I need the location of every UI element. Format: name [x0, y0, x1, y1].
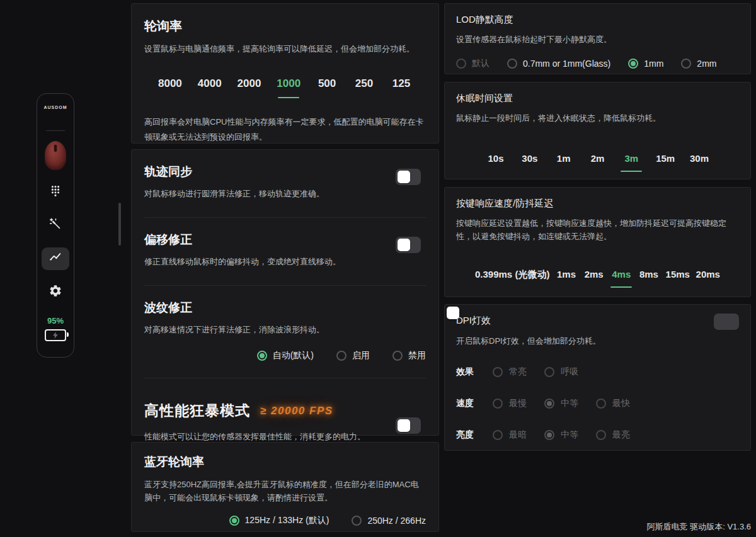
sidebar-item-dpi[interactable]: [42, 181, 69, 203]
brightness-option-darkest-label: 最暗: [509, 429, 527, 441]
sleep-option-2m[interactable]: 2m: [587, 153, 608, 172]
sidebar-item-performance[interactable]: [42, 247, 69, 270]
ripple-option-enable[interactable]: 启用: [336, 350, 370, 361]
speed-option-slowest-label: 最慢: [509, 398, 527, 409]
speed-option-medium[interactable]: 中等: [544, 398, 578, 409]
lod-panel: LOD静默高度 设置传感器在鼠标抬起时下最小静默高度。 默认 0.7mm or …: [444, 3, 751, 74]
dpi-effect-label: 效果: [456, 366, 475, 378]
radio-icon: [392, 351, 403, 361]
settings-gear-icon: [49, 284, 62, 300]
sleep-option-30m[interactable]: 30m: [689, 153, 710, 172]
sleep-desc: 鼠标静止一段时间后，将进入休眠状态，降低鼠标功耗。: [456, 112, 739, 125]
debounce-panel: 按键响应速度/防抖延迟 按键响应延迟设置越低，按键响应速度越快，增加防抖延迟可提…: [444, 187, 751, 297]
brightness-option-brightest[interactable]: 最亮: [596, 429, 630, 441]
polling-rate-desc: 设置鼠标与电脑通信频率，提高轮询率可以降低延迟，但会增加部分功耗。: [144, 43, 426, 56]
performance-mode-toggle[interactable]: [396, 417, 421, 434]
sleep-options: 10s 30s 1m 2m 3m 15m 30m: [456, 153, 739, 172]
offset-fix-section: 偏移修正 修正直线移动鼠标时的偏移抖动，变成绝对直线移动。: [144, 218, 426, 286]
effect-option-breathing[interactable]: 呼吸: [544, 366, 578, 378]
performance-mode-header: 高性能狂暴模式 ≥ 20000 FPS: [144, 401, 426, 421]
lod-option-default[interactable]: 默认: [456, 58, 490, 69]
dpi-grid-icon: [49, 184, 62, 200]
performance-mode-title: 高性能狂暴模式: [144, 401, 250, 421]
offset-fix-title: 偏移修正: [144, 232, 426, 248]
ripple-fix-title: 波纹修正: [144, 300, 426, 316]
content-scrollbar[interactable]: [118, 203, 121, 246]
sleep-option-10s[interactable]: 10s: [485, 153, 507, 172]
debounce-option-20ms[interactable]: 20ms: [696, 269, 720, 289]
offset-fix-toggle[interactable]: [396, 237, 421, 253]
polling-option-125[interactable]: 125: [391, 77, 412, 98]
debounce-option-2ms[interactable]: 2ms: [583, 269, 605, 289]
toggle-knob: [398, 419, 410, 432]
speed-option-fastest[interactable]: 最快: [596, 398, 630, 409]
effect-option-breathing-label: 呼吸: [561, 366, 578, 378]
dpi-light-title: DPI灯效: [456, 315, 491, 327]
dpi-light-desc: 开启鼠标DPI灯效，但会增加部分功耗。: [456, 335, 739, 348]
ausdom-logo: AUSDOM: [43, 105, 67, 110]
debounce-options: 0.399ms (光微动) 1ms 2ms 4ms 8ms 15ms 20ms: [456, 269, 739, 289]
bluetooth-polling-desc: 蓝牙支持250HZ高回报率,会提升蓝牙鼠标的精准度，但在部分老旧的MAC电脑中，…: [144, 478, 426, 505]
track-sync-toggle[interactable]: [396, 169, 421, 185]
brightness-option-brightest-label: 最亮: [612, 429, 630, 441]
ripple-option-disable-label: 禁用: [408, 350, 426, 361]
debounce-option-1ms[interactable]: 1ms: [556, 269, 577, 289]
polling-rate-title: 轮询率: [144, 18, 426, 35]
polling-option-500[interactable]: 500: [316, 77, 338, 98]
effect-option-steady[interactable]: 常亮: [493, 366, 527, 378]
polling-option-250[interactable]: 250: [353, 77, 375, 98]
polling-option-1000-selected[interactable]: 1000: [277, 77, 301, 98]
sleep-option-1m[interactable]: 1m: [553, 153, 575, 172]
radio-icon: [493, 430, 503, 440]
radio-icon: [352, 516, 362, 526]
debounce-option-8ms[interactable]: 8ms: [638, 269, 660, 289]
polling-option-8000[interactable]: 8000: [158, 77, 182, 98]
polling-option-4000[interactable]: 4000: [198, 77, 222, 98]
sleep-option-15m[interactable]: 15m: [655, 153, 676, 172]
lod-option-1mm[interactable]: 1mm: [628, 58, 663, 69]
ripple-option-auto-label: 自动(默认): [273, 350, 314, 361]
radio-icon: [596, 399, 606, 409]
bt-option-125hz-label: 125Hz / 133Hz (默认): [245, 515, 329, 526]
sidebar-item-macro[interactable]: [42, 214, 69, 237]
lod-option-07mm[interactable]: 0.7mm or 1mm(Glass): [507, 58, 610, 69]
debounce-option-0399ms[interactable]: 0.399ms (光微动): [475, 269, 549, 289]
polling-option-2000[interactable]: 2000: [238, 77, 261, 98]
magic-wand-icon: [49, 217, 62, 234]
ripple-fix-options: 自动(默认) 启用 禁用: [144, 350, 426, 361]
sleep-option-3m-selected[interactable]: 3m: [621, 153, 642, 172]
speed-option-slowest[interactable]: 最慢: [493, 398, 527, 409]
radio-icon: [544, 367, 554, 377]
debounce-option-4ms-selected[interactable]: 4ms: [610, 269, 632, 289]
radio-icon: [507, 59, 517, 69]
ripple-option-auto[interactable]: 自动(默认): [257, 350, 314, 361]
lod-option-2mm[interactable]: 2mm: [681, 58, 716, 69]
bt-option-250hz[interactable]: 250Hz / 266Hz: [352, 515, 426, 526]
polling-rate-panel: 轮询率 设置鼠标与电脑通信频率，提高轮询率可以降低延迟，但会增加部分功耗。 80…: [131, 3, 439, 144]
ripple-option-enable-label: 启用: [352, 350, 370, 361]
speed-option-fastest-label: 最快: [612, 398, 630, 409]
lod-option-default-label: 默认: [472, 58, 490, 69]
toggle-knob: [398, 239, 410, 251]
driver-version-text: 阿斯盾电竞 驱动版本: V1.3.6: [647, 521, 751, 533]
bt-option-125hz[interactable]: 125Hz / 133Hz (默认): [229, 515, 329, 526]
bluetooth-polling-panel: 蓝牙轮询率 蓝牙支持250HZ高回报率,会提升蓝牙鼠标的精准度，但在部分老旧的M…: [131, 442, 439, 532]
track-sync-desc: 对鼠标移动进行圆滑算法修正，移动轨迹更准确。: [144, 188, 426, 201]
brightness-option-medium[interactable]: 中等: [544, 429, 578, 441]
device-sidebar: AUSDOM: [37, 93, 74, 358]
dpi-light-header: DPI灯效: [456, 312, 739, 330]
dpi-light-toggle[interactable]: [714, 314, 739, 330]
radio-icon: [336, 351, 346, 361]
lod-title: LOD静默高度: [456, 14, 739, 26]
debounce-option-15ms[interactable]: 15ms: [666, 269, 690, 289]
dpi-speed-row: 速度 最慢 中等 最快: [456, 398, 739, 409]
radio-checked-icon: [628, 59, 638, 69]
dpi-effect-row: 效果 常亮 呼吸: [456, 366, 739, 378]
sleep-option-30s[interactable]: 30s: [519, 153, 541, 172]
sidebar-item-settings[interactable]: [42, 281, 69, 303]
mouse-device-image[interactable]: [45, 141, 66, 170]
brightness-option-darkest[interactable]: 最暗: [493, 429, 527, 441]
radio-checked-icon: [229, 516, 239, 526]
battery-percentage: 95%: [47, 316, 64, 325]
ripple-option-disable[interactable]: 禁用: [392, 350, 426, 361]
